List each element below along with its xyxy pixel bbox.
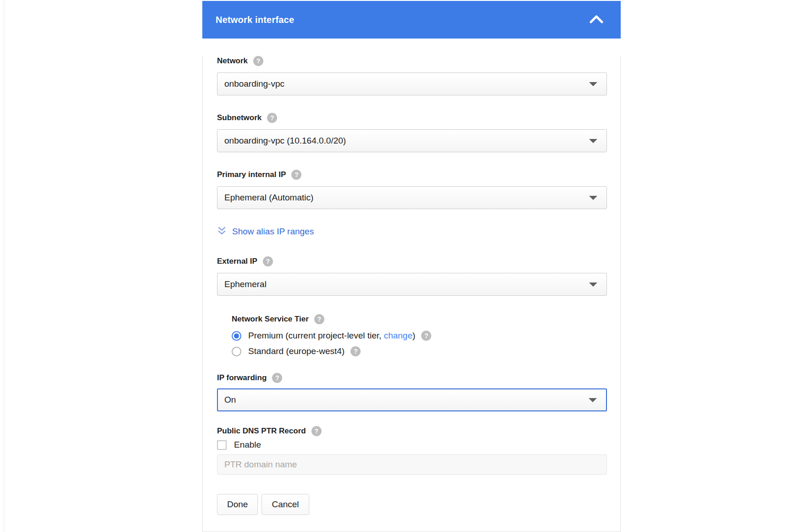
enable-ptr-label[interactable]: Enable [234,440,261,450]
standard-tier-radio[interactable] [232,347,241,356]
premium-tier-radio[interactable] [232,331,241,341]
network-label-row: Network ? [217,56,607,66]
premium-tier-label: Premium (current project-level tier, cha… [248,329,415,343]
caret-down-icon [589,196,597,200]
help-icon[interactable]: ? [263,256,273,266]
enable-ptr-row[interactable]: Enable [217,439,607,451]
network-service-tier-section: Network Service Tier ? Premium (current … [232,314,607,358]
show-alias-ip-ranges-label: Show alias IP ranges [232,227,314,237]
page-left-divider [4,0,4,532]
chevron-up-icon [590,15,603,25]
external-ip-label-row: External IP ? [217,256,607,266]
primary-internal-ip-select-value: Ephemeral (Automatic) [224,193,313,203]
network-service-tier-label: Network Service Tier [232,314,309,324]
ip-forwarding-label: IP forwarding [217,373,267,383]
show-alias-ip-ranges-link[interactable]: Show alias IP ranges [217,226,314,237]
collapse-section-button[interactable] [590,15,603,25]
caret-down-icon [589,82,597,86]
change-tier-link[interactable]: change [384,331,412,340]
caret-down-icon [589,283,597,287]
network-select-value: onboarding-vpc [224,79,284,89]
network-label: Network [217,56,248,66]
public-dns-ptr-label-row: Public DNS PTR Record ? [217,426,607,436]
double-chevron-down-icon [217,226,227,237]
action-button-row: Done Cancel [217,494,607,515]
caret-down-icon [589,398,597,402]
network-service-tier-label-row: Network Service Tier ? [232,314,607,324]
panel-title: Network interface [216,15,294,25]
help-icon[interactable]: ? [272,373,282,383]
subnetwork-select[interactable]: onboarding-vpc (10.164.0.0/20) [217,129,607,152]
help-icon[interactable]: ? [253,56,263,66]
caret-down-icon [589,139,597,143]
subnetwork-label-row: Subnetwork ? [217,113,607,123]
primary-internal-ip-label: Primary internal IP [217,170,286,180]
help-icon[interactable]: ? [291,170,301,180]
external-ip-select[interactable]: Ephemeral [217,273,607,296]
ip-forwarding-select[interactable]: On [217,388,607,411]
help-icon[interactable]: ? [350,346,361,356]
public-dns-ptr-label: Public DNS PTR Record [217,426,306,436]
enable-ptr-checkbox[interactable] [217,440,227,450]
network-select[interactable]: onboarding-vpc [217,72,607,95]
subnetwork-select-value: onboarding-vpc (10.164.0.0/20) [224,136,346,146]
subnetwork-label: Subnetwork [217,113,261,123]
help-icon[interactable]: ? [312,426,322,436]
primary-internal-ip-select[interactable]: Ephemeral (Automatic) [217,186,607,209]
primary-internal-ip-label-row: Primary internal IP ? [217,170,607,180]
network-interface-panel: Network interface Network ? onboarding-v… [202,1,621,532]
ip-forwarding-label-row: IP forwarding ? [217,373,607,383]
standard-tier-label: Standard (europe-west4) [248,344,345,358]
ip-forwarding-select-value: On [224,395,236,405]
done-button[interactable]: Done [217,494,258,515]
cancel-button[interactable]: Cancel [261,494,309,515]
help-icon[interactable]: ? [267,113,277,123]
help-icon[interactable]: ? [421,331,431,341]
panel-header[interactable]: Network interface [202,1,621,39]
premium-tier-radio-row[interactable]: Premium (current project-level tier, cha… [232,329,607,343]
standard-tier-radio-row[interactable]: Standard (europe-west4) ? [232,344,607,358]
help-icon[interactable]: ? [314,314,324,324]
ptr-domain-name-input[interactable] [217,454,607,475]
panel-body: Network ? onboarding-vpc Subnetwork ? on… [202,56,621,532]
external-ip-select-value: Ephemeral [224,279,267,289]
external-ip-label: External IP [217,256,257,266]
